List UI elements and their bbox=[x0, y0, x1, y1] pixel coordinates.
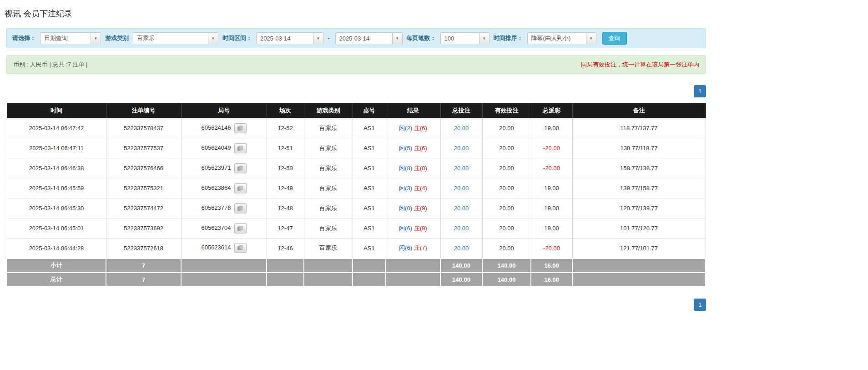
subtotal-payout: 16.00 bbox=[531, 258, 572, 273]
cell-table-no: AS1 bbox=[353, 118, 386, 138]
cell-valid-bet: 20.00 bbox=[482, 218, 531, 238]
result-banker: 庄(7) bbox=[414, 244, 427, 251]
empty-cell bbox=[353, 273, 386, 287]
cell-payout: 19.00 bbox=[531, 198, 572, 218]
query-type-select[interactable]: 日期查询 ▼ bbox=[40, 32, 101, 44]
search-button[interactable]: 查询 bbox=[602, 32, 627, 45]
select-label: 请选择： bbox=[12, 34, 36, 42]
chevron-down-icon[interactable]: ▼ bbox=[208, 33, 218, 44]
cell-table-no: AS1 bbox=[353, 218, 386, 238]
total-bet-link[interactable]: 20.00 bbox=[454, 245, 469, 252]
cards-icon bbox=[237, 146, 243, 151]
empty-cell bbox=[267, 258, 304, 273]
view-cards-button[interactable] bbox=[234, 123, 247, 133]
chevron-down-icon[interactable]: ▼ bbox=[91, 33, 101, 44]
cell-game: 百家乐 bbox=[304, 218, 353, 238]
chevron-down-icon[interactable]: ▼ bbox=[479, 33, 489, 44]
chevron-down-icon[interactable]: ▼ bbox=[313, 33, 323, 44]
empty-cell bbox=[304, 258, 353, 273]
cell-bet-id: 522337578437 bbox=[106, 118, 181, 138]
cell-game: 百家乐 bbox=[304, 238, 353, 258]
total-payout: 16.00 bbox=[531, 273, 572, 287]
cards-icon bbox=[237, 206, 243, 211]
table-header-row: 时间 注单编号 局号 场次 游戏类别 桌号 结果 总投注 有效投注 总派彩 备注 bbox=[7, 103, 706, 118]
cell-payout: -20.00 bbox=[531, 238, 572, 258]
header-bet-id: 注单编号 bbox=[106, 103, 181, 118]
cell-session: 12-52 bbox=[267, 118, 304, 138]
table-row: 2025-03-14 06:46:38 522337576466 6056239… bbox=[7, 158, 706, 178]
subtotal-total-bet: 140.00 bbox=[440, 258, 482, 273]
subtotal-row: 小计 7 140.00 140.00 16.00 bbox=[7, 258, 706, 273]
cell-time: 2025-03-14 06:44:28 bbox=[7, 238, 106, 258]
header-payout: 总派彩 bbox=[531, 103, 572, 118]
result-banker: 庄(0) bbox=[414, 165, 427, 172]
sort-select[interactable]: 降冪(由大到小) ▼ bbox=[527, 32, 596, 44]
total-bet-link[interactable]: 20.00 bbox=[454, 145, 469, 152]
page-button-1[interactable]: 1 bbox=[694, 85, 706, 97]
header-table-no: 桌号 bbox=[353, 103, 386, 118]
cell-remark: 121.77/101.77 bbox=[572, 238, 706, 258]
view-cards-button[interactable] bbox=[234, 243, 247, 253]
date-from-select[interactable]: 2025-03-14 ▼ bbox=[256, 32, 323, 44]
total-bet-link[interactable]: 20.00 bbox=[454, 205, 469, 212]
subtotal-count: 7 bbox=[106, 258, 181, 273]
page-container: 视讯 会员下注纪录 请选择： 日期查询 ▼ 游戏类别 百家乐 ▼ 时间区间： 2… bbox=[0, 0, 706, 320]
view-cards-button[interactable] bbox=[234, 143, 247, 153]
subtotal-label: 小计 bbox=[7, 258, 106, 273]
cell-valid-bet: 20.00 bbox=[482, 118, 531, 138]
cell-total-bet: 20.00 bbox=[440, 198, 482, 218]
view-cards-button[interactable] bbox=[234, 163, 247, 173]
cell-payout: -20.00 bbox=[531, 158, 572, 178]
date-separator: ~ bbox=[328, 35, 331, 42]
cell-session: 12-50 bbox=[267, 158, 304, 178]
cell-total-bet: 20.00 bbox=[440, 138, 482, 158]
result-banker: 庄(4) bbox=[414, 185, 427, 192]
chevron-down-icon[interactable]: ▼ bbox=[586, 33, 596, 44]
total-bet-link[interactable]: 20.00 bbox=[454, 185, 469, 192]
view-cards-button[interactable] bbox=[234, 203, 247, 213]
total-bet-link[interactable]: 20.00 bbox=[454, 125, 469, 132]
pagination-top: 1 bbox=[6, 85, 706, 97]
game-type-select[interactable]: 百家乐 ▼ bbox=[133, 32, 218, 44]
cell-round-id: 605623614 bbox=[181, 238, 267, 258]
cell-bet-id: 522337577537 bbox=[106, 138, 181, 158]
cell-session: 12-48 bbox=[267, 198, 304, 218]
cell-total-bet: 20.00 bbox=[440, 158, 482, 178]
total-count: 7 bbox=[106, 273, 181, 287]
total-bet-link[interactable]: 20.00 bbox=[454, 225, 469, 232]
cell-game: 百家乐 bbox=[304, 198, 353, 218]
cell-table-no: AS1 bbox=[353, 158, 386, 178]
cell-result: 闲(2)庄(6) bbox=[386, 118, 440, 138]
table-row: 2025-03-14 06:44:28 522337572618 6056236… bbox=[7, 238, 706, 258]
header-total-bet: 总投注 bbox=[440, 103, 482, 118]
cell-remark: 101.77/120.77 bbox=[572, 218, 706, 238]
result-banker: 庄(9) bbox=[414, 205, 427, 212]
cell-valid-bet: 20.00 bbox=[482, 158, 531, 178]
cell-time: 2025-03-14 06:47:42 bbox=[7, 118, 106, 138]
round-id-text: 605623704 bbox=[201, 224, 231, 231]
date-to-value: 2025-03-14 bbox=[336, 33, 392, 44]
cell-valid-bet: 20.00 bbox=[482, 138, 531, 158]
date-to-select[interactable]: 2025-03-14 ▼ bbox=[335, 32, 403, 44]
empty-cell bbox=[386, 273, 440, 287]
view-cards-button[interactable] bbox=[234, 183, 247, 193]
cell-bet-id: 522337576466 bbox=[106, 158, 181, 178]
page-button-1[interactable]: 1 bbox=[694, 299, 706, 311]
total-label: 总计 bbox=[7, 273, 106, 287]
info-bar: 币别 : 人民币 | 总共 :7 注单 | 同局有效投注，统一计算在该局第一张注… bbox=[6, 55, 706, 74]
table-row: 2025-03-14 06:45:01 522337573692 6056237… bbox=[7, 218, 706, 238]
cell-game: 百家乐 bbox=[304, 178, 353, 198]
page-size-select[interactable]: 100 ▼ bbox=[440, 32, 490, 44]
cards-icon bbox=[237, 166, 243, 171]
header-round-id: 局号 bbox=[181, 103, 267, 118]
cell-total-bet: 20.00 bbox=[440, 178, 482, 198]
cell-payout: 19.00 bbox=[531, 118, 572, 138]
cards-icon bbox=[237, 186, 243, 191]
result-player: 闲(3) bbox=[399, 185, 412, 192]
cell-payout: 19.00 bbox=[531, 218, 572, 238]
total-bet-link[interactable]: 20.00 bbox=[454, 165, 469, 172]
cell-bet-id: 522337573692 bbox=[106, 218, 181, 238]
chevron-down-icon[interactable]: ▼ bbox=[392, 33, 402, 44]
cell-session: 12-51 bbox=[267, 138, 304, 158]
view-cards-button[interactable] bbox=[234, 223, 247, 233]
